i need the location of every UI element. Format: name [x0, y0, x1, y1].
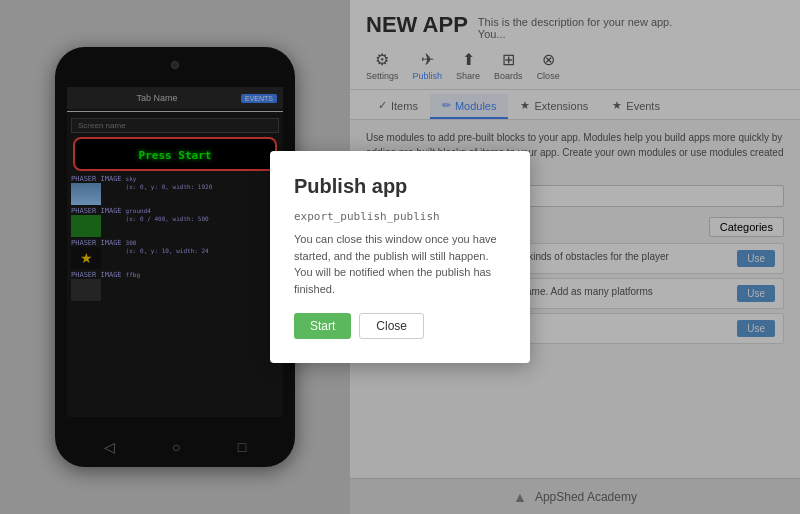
modal-start-button[interactable]: Start: [294, 313, 351, 339]
modal-title: Publish app: [294, 175, 506, 198]
main-container: Tab Name EVENTS Screen name Press Start …: [0, 0, 800, 514]
modal-buttons: Start Close: [294, 313, 506, 339]
modal-body-text: You can close this window once you have …: [294, 231, 506, 297]
modal-overlay[interactable]: Publish app export_publish_publish You c…: [0, 0, 800, 514]
modal-close-button[interactable]: Close: [359, 313, 424, 339]
modal-export-key: export_publish_publish: [294, 210, 506, 223]
publish-modal: Publish app export_publish_publish You c…: [270, 151, 530, 363]
